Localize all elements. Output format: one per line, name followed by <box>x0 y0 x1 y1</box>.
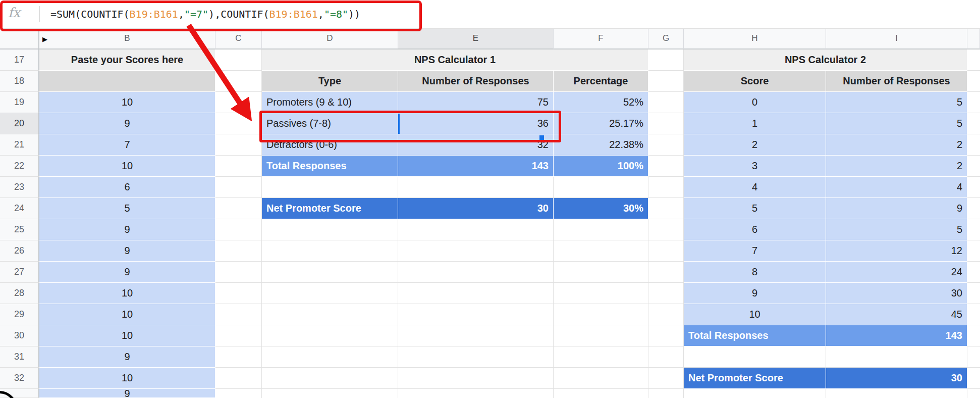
cell-H22[interactable]: 3 <box>684 156 826 177</box>
row-header-24[interactable]: 24 <box>0 198 39 219</box>
cell-E19-promoters-count[interactable]: 75 <box>398 92 554 113</box>
col-header-I[interactable]: I <box>826 28 967 49</box>
cell-H23[interactable]: 4 <box>684 177 826 198</box>
col-header-H[interactable]: H <box>684 28 826 49</box>
cell-I20[interactable]: 5 <box>826 113 967 134</box>
spreadsheet-app: fx =SUM(COUNTIF(B19:B161,"=7"),COUNTIF(B… <box>0 0 980 398</box>
row-header-21[interactable]: 21 <box>0 134 39 156</box>
row-header-27[interactable]: 27 <box>0 262 39 283</box>
cell-I22[interactable]: 2 <box>826 156 967 177</box>
row-header-17[interactable]: 17 <box>0 49 39 71</box>
col-header-C[interactable]: C <box>215 28 262 49</box>
row-header-31[interactable]: 31 <box>0 346 39 368</box>
row-header-25[interactable]: 25 <box>0 219 39 240</box>
cell-H29[interactable]: 10 <box>684 304 826 325</box>
formula-bar[interactable]: fx =SUM(COUNTIF(B19:B161,"=7"),COUNTIF(B… <box>0 0 980 29</box>
fill-handle[interactable] <box>539 135 544 140</box>
row-header-23[interactable]: 23 <box>0 177 39 198</box>
cell-B23-score[interactable]: 6 <box>39 177 215 198</box>
row-header-32[interactable]: 32 <box>0 368 39 389</box>
cell-I23[interactable]: 4 <box>826 177 967 198</box>
col-header-D[interactable]: D <box>262 28 398 49</box>
formula-token-string: "=7" <box>184 8 208 20</box>
cell-B17-scores-title[interactable]: Paste your Scores here <box>39 49 215 71</box>
formula-token-string: "=8" <box>324 8 348 20</box>
cell-E18-header-responses[interactable]: Number of Responses <box>398 71 554 92</box>
cell-B32-score[interactable]: 10 <box>39 368 215 389</box>
cell-H32-nps-label[interactable]: Net Promoter Score <box>684 368 826 389</box>
cell-B29-score[interactable]: 10 <box>39 304 215 325</box>
cell-I19[interactable]: 5 <box>826 92 967 113</box>
cell-F22-total-pct[interactable]: 100% <box>554 156 648 177</box>
cell-B26-score[interactable]: 9 <box>39 240 215 262</box>
cell-E21-detractors-count[interactable]: 32 <box>398 134 554 156</box>
cell-B33-partial[interactable]: 9 <box>39 389 215 398</box>
cell-calc1-title[interactable]: NPS Calculator 1 <box>262 49 648 71</box>
select-all-corner[interactable] <box>0 28 39 49</box>
cell-B20-score[interactable]: 9 <box>39 113 215 134</box>
cell-B19-score[interactable]: 10 <box>39 92 215 113</box>
cell-H25[interactable]: 6 <box>684 219 826 240</box>
cell-H28[interactable]: 9 <box>684 283 826 304</box>
cell-I30-total-count[interactable]: 143 <box>826 325 967 346</box>
col-header-E[interactable]: E <box>398 28 554 49</box>
cell-I18-header-responses[interactable]: Number of Responses <box>826 71 967 92</box>
cell-E24-nps-value[interactable]: 30 <box>398 198 554 219</box>
cell-F24-nps-pct[interactable]: 30% <box>554 198 648 219</box>
row-header-18[interactable]: 18 <box>0 71 39 92</box>
cell-I29[interactable]: 45 <box>826 304 967 325</box>
col-header-G[interactable]: G <box>648 28 684 49</box>
cell-H26[interactable]: 7 <box>684 240 826 262</box>
cell-F19-promoters-pct[interactable]: 52% <box>554 92 648 113</box>
cell-F20-passives-pct[interactable]: 25.17% <box>554 113 648 134</box>
cell-B27-score[interactable]: 9 <box>39 262 215 283</box>
cell-D22-total-label[interactable]: Total Responses <box>262 156 398 177</box>
cell-H30-total-label[interactable]: Total Responses <box>684 325 826 346</box>
cell-H27[interactable]: 8 <box>684 262 826 283</box>
cell-E20-passives-count-selected[interactable]: 36 <box>398 113 554 134</box>
cell-F21-detractors-pct[interactable]: 22.38% <box>554 134 648 156</box>
cell-B25-score[interactable]: 9 <box>39 219 215 240</box>
cell-E22-total-count[interactable]: 143 <box>398 156 554 177</box>
active-cell-border <box>398 114 400 134</box>
cell-I28[interactable]: 30 <box>826 283 967 304</box>
cell-I25[interactable]: 5 <box>826 219 967 240</box>
col-header-F[interactable]: F <box>554 28 648 49</box>
cell-D24-nps-label[interactable]: Net Promoter Score <box>262 198 398 219</box>
hidden-column-indicator-icon[interactable]: ▶ <box>42 28 47 49</box>
row-header-19[interactable]: 19 <box>0 92 39 113</box>
cell-calc2-title[interactable]: NPS Calculator 2 <box>684 49 967 71</box>
cell-H19[interactable]: 0 <box>684 92 826 113</box>
cell-I32-nps-value[interactable]: 30 <box>826 368 967 389</box>
cell-B18[interactable] <box>39 71 215 92</box>
formula-token: )) <box>348 8 360 20</box>
cell-I27[interactable]: 24 <box>826 262 967 283</box>
row-header-28[interactable]: 28 <box>0 283 39 304</box>
cell-I24[interactable]: 9 <box>826 198 967 219</box>
cell-D20-passives[interactable]: Passives (7-8) <box>262 113 398 134</box>
cell-B21-score[interactable]: 7 <box>39 134 215 156</box>
cell-D18-header-type[interactable]: Type <box>262 71 398 92</box>
row-header-20[interactable]: 20 <box>0 113 39 134</box>
cell-H20[interactable]: 1 <box>684 113 826 134</box>
cell-B31-score[interactable]: 9 <box>39 346 215 368</box>
cell-I21[interactable]: 2 <box>826 134 967 156</box>
cell-D19-promoters[interactable]: Promoters (9 & 10) <box>262 92 398 113</box>
cell-B30-score[interactable]: 10 <box>39 325 215 346</box>
cell-B24-score[interactable]: 5 <box>39 198 215 219</box>
cell-H21[interactable]: 2 <box>684 134 826 156</box>
cell-I26[interactable]: 12 <box>826 240 967 262</box>
row-header-29[interactable]: 29 <box>0 304 39 325</box>
cell-H18-header-score[interactable]: Score <box>684 71 826 92</box>
cell-B28-score[interactable]: 10 <box>39 283 215 304</box>
col-header-B[interactable]: B <box>39 28 215 49</box>
cell-D21-detractors[interactable]: Detractors (0-6) <box>262 134 398 156</box>
row-header-22[interactable]: 22 <box>0 156 39 177</box>
cell-H24[interactable]: 5 <box>684 198 826 219</box>
col-header-partial[interactable] <box>967 28 980 49</box>
formula-input[interactable]: =SUM(COUNTIF(B19:B161,"=7"),COUNTIF(B19:… <box>50 0 360 28</box>
row-header-30[interactable]: 30 <box>0 325 39 346</box>
cell-B22-score[interactable]: 10 <box>39 156 215 177</box>
cell-F18-header-percentage[interactable]: Percentage <box>554 71 648 92</box>
row-header-26[interactable]: 26 <box>0 240 39 262</box>
